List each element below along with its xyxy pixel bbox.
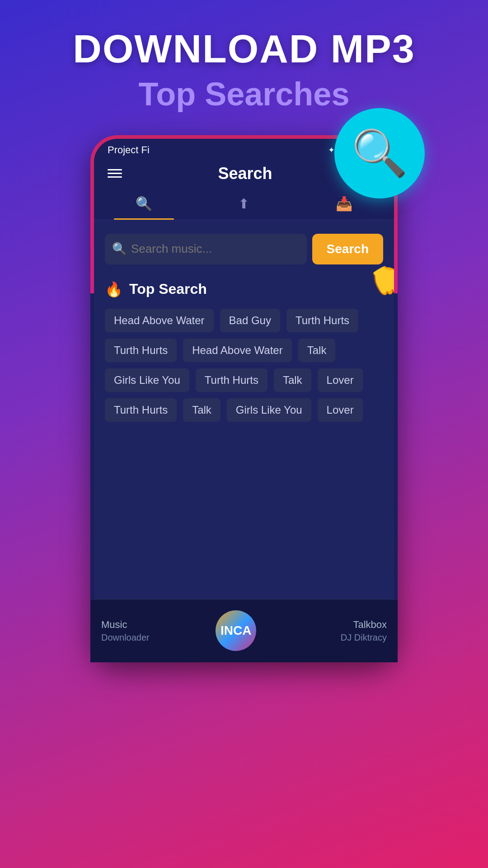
bottom-app-name: Music	[101, 619, 174, 631]
tag-lover-1[interactable]: Lover	[318, 368, 363, 392]
search-input[interactable]	[131, 234, 300, 264]
tag-turth-hurts-1[interactable]: Turth Hurts	[286, 309, 358, 332]
bluetooth-icon: ✦	[328, 145, 335, 155]
top-search-header: 🔥 Top Search	[105, 281, 383, 298]
tag-head-above-water-1[interactable]: Head Above Water	[105, 309, 214, 332]
album-text: INCA	[221, 623, 251, 638]
tag-turth-hurts-2[interactable]: Turth Hurts	[105, 339, 177, 362]
tab-search[interactable]: 🔍	[94, 188, 194, 220]
album-art: INCA	[216, 610, 256, 651]
search-input-icon: 🔍	[112, 242, 127, 256]
tab-folder-icon: 📥	[336, 196, 352, 212]
bottom-bar: Music Downloader INCA Talkbox DJ Diktrac…	[94, 599, 394, 659]
tab-bar: 🔍 ⬆ 📥	[94, 188, 394, 220]
bottom-right-sub: DJ Diktracy	[341, 632, 387, 643]
tag-girls-like-you-2[interactable]: Girls Like You	[227, 398, 311, 422]
tag-talk-1[interactable]: Talk	[298, 339, 336, 362]
bottom-app-sub: Downloader	[101, 632, 174, 643]
tag-turth-hurts-3[interactable]: Turth Hurts	[196, 368, 267, 392]
tag-bad-guy[interactable]: Bad Guy	[220, 309, 280, 332]
sub-title: Top Searches	[18, 75, 470, 113]
tag-lover-2[interactable]: Lover	[318, 398, 363, 422]
menu-button[interactable]	[108, 169, 122, 178]
search-input-wrap: 🔍	[105, 234, 307, 264]
bottom-right-name: Talkbox	[341, 619, 387, 631]
app-title: Search	[218, 164, 272, 183]
tags-container: Head Above Water Bad Guy Turth Hurts Tur…	[105, 309, 383, 422]
top-search-label: Top Search	[129, 281, 207, 297]
tag-girls-like-you-1[interactable]: Girls Like You	[105, 368, 189, 392]
tag-talk-3[interactable]: Talk	[183, 398, 221, 422]
tag-turth-hurts-4[interactable]: Turth Hurts	[105, 398, 177, 422]
tab-search-icon: 🔍	[136, 196, 152, 212]
app-content: 🔍 Search 👇 🔥 Top Search Head Above Water	[94, 220, 394, 627]
search-bar-wrap: 🔍 Search 👇	[105, 234, 383, 264]
carrier-label: Project Fi	[108, 144, 150, 156]
tag-talk-2[interactable]: Talk	[274, 368, 311, 392]
phone-screen: Project Fi ✦ 📳 ▾ ▮ 59% Search ↻	[94, 139, 394, 659]
search-button[interactable]: Search	[312, 234, 383, 264]
tag-head-above-water-2[interactable]: Head Above Water	[183, 339, 292, 362]
search-circle-decoration: 🔍	[334, 108, 425, 198]
bottom-app-info: Music Downloader	[101, 619, 174, 643]
phone-frame: Project Fi ✦ 📳 ▾ ▮ 59% Search ↻	[90, 135, 398, 662]
tab-upload[interactable]: ⬆	[194, 188, 294, 220]
bottom-right-info: Talkbox DJ Diktracy	[341, 619, 387, 643]
main-title: DOWNLOAD MP3	[18, 27, 470, 71]
search-large-icon: 🔍	[352, 127, 408, 180]
fire-icon: 🔥	[105, 281, 123, 298]
tab-upload-icon: ⬆	[238, 196, 249, 212]
search-bar-row: 🔍 Search	[105, 234, 383, 264]
